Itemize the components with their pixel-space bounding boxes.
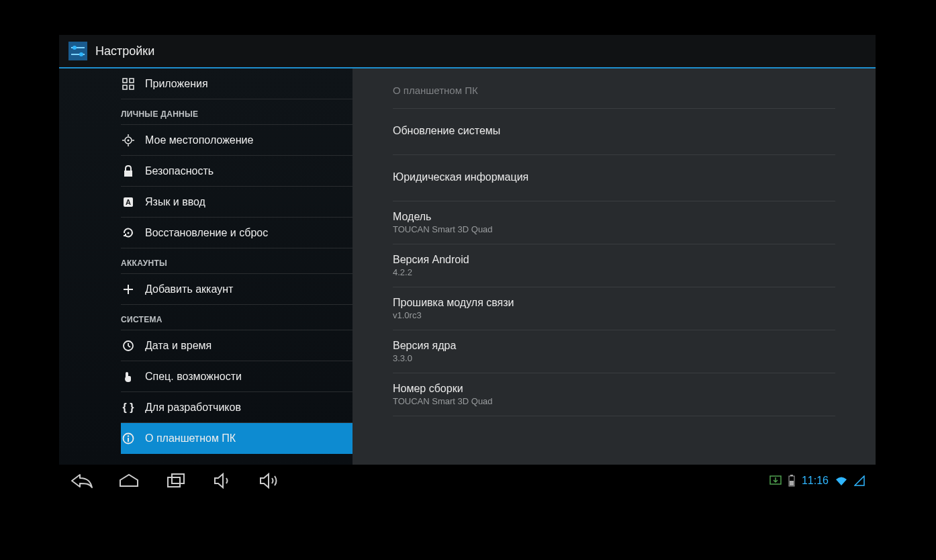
location-icon — [121, 134, 136, 146]
detail-row[interactable]: Версия Android4.2.2 — [393, 244, 835, 287]
volume-up-button[interactable] — [258, 469, 282, 493]
detail-row-subtitle: TOUCAN Smart 3D Quad — [393, 224, 835, 234]
sidebar-section-header: АККАУНТЫ — [121, 248, 353, 274]
detail-title: О планшетном ПК — [393, 68, 835, 109]
header: Настройки — [59, 35, 876, 68]
reset-icon — [121, 227, 136, 239]
detail-row[interactable]: Прошивка модуля связиv1.0rc3 — [393, 287, 835, 330]
detail-row-subtitle: 3.3.0 — [393, 353, 835, 363]
sidebar-item[interactable]: AЯзык и ввод — [121, 187, 353, 218]
sidebar-item[interactable]: Добавить аккаунт — [121, 274, 353, 305]
info-icon — [121, 432, 136, 445]
sidebar-item-label: О планшетном ПК — [145, 432, 236, 445]
battery-icon — [788, 475, 795, 487]
sidebar-item-label: Дата и время — [145, 340, 212, 352]
sidebar-section-header: СИСТЕМА — [121, 305, 353, 330]
detail-row-title: Модель — [393, 211, 835, 223]
svg-rect-8 — [130, 85, 134, 89]
hand-icon — [121, 371, 136, 383]
sidebar-item-label: Восстановление и сброс — [145, 227, 268, 239]
svg-rect-5 — [123, 79, 127, 83]
detail-row-title: Прошивка модуля связи — [393, 297, 835, 309]
svg-rect-32 — [790, 475, 793, 476]
svg-point-4 — [79, 52, 83, 56]
settings-icon — [67, 40, 89, 62]
svg-rect-15 — [124, 171, 132, 177]
svg-rect-6 — [130, 79, 134, 83]
detail-row-subtitle: v1.0rc3 — [393, 310, 835, 320]
nav-left — [70, 469, 282, 493]
download-icon — [769, 475, 782, 486]
svg-rect-28 — [168, 477, 180, 487]
sidebar-item-label: Приложения — [145, 78, 208, 90]
status-area[interactable]: 11:16 — [769, 475, 865, 487]
detail-row-title: Номер сборки — [393, 383, 835, 395]
sidebar-item[interactable]: Восстановление и сброс — [121, 218, 353, 248]
svg-rect-27 — [128, 438, 129, 442]
sidebar-item[interactable]: Спец. возможности — [121, 361, 353, 392]
detail-row-title: Версия ядра — [393, 340, 835, 352]
sidebar-item[interactable]: Дата и время — [121, 330, 353, 361]
signal-icon — [854, 475, 865, 486]
detail-row-title: Юридическая информация — [393, 171, 835, 183]
back-button[interactable] — [70, 469, 94, 493]
detail-panel[interactable]: О планшетном ПК Обновление системыЮридич… — [353, 68, 876, 465]
sidebar[interactable]: ПриложенияЛИЧНЫЕ ДАННЫЕМое местоположени… — [59, 68, 353, 465]
wifi-icon — [835, 475, 847, 486]
recent-apps-button[interactable] — [164, 469, 188, 493]
volume-down-button[interactable] — [211, 469, 235, 493]
svg-point-3 — [73, 46, 77, 50]
svg-line-23 — [128, 346, 130, 347]
detail-row[interactable]: МодельTOUCAN Smart 3D Quad — [393, 201, 835, 244]
apps-icon — [121, 78, 136, 90]
detail-row[interactable]: Версия ядра3.3.0 — [393, 330, 835, 373]
detail-row[interactable]: Номер сборкиTOUCAN Smart 3D Quad — [393, 373, 835, 416]
sidebar-item-label: Безопасность — [145, 165, 214, 177]
svg-rect-0 — [68, 42, 87, 60]
clock-icon — [121, 340, 136, 352]
detail-row-title: Обновление системы — [393, 125, 835, 137]
svg-point-10 — [128, 139, 130, 141]
braces-icon: { } — [121, 402, 136, 414]
svg-rect-33 — [790, 481, 794, 485]
sidebar-section-header: ЛИЧНЫЕ ДАННЫЕ — [121, 99, 353, 125]
sidebar-item[interactable]: Безопасность — [121, 156, 353, 187]
sidebar-item-label: Добавить аккаунт — [145, 283, 233, 295]
sidebar-item[interactable]: О планшетном ПК — [121, 423, 353, 454]
detail-row[interactable]: Юридическая информация — [393, 155, 835, 201]
svg-text:A: A — [126, 198, 131, 206]
home-button[interactable] — [117, 469, 141, 493]
detail-row-subtitle: 4.2.2 — [393, 267, 835, 277]
lock-icon — [121, 165, 136, 177]
svg-rect-29 — [172, 474, 184, 483]
content: ПриложенияЛИЧНЫЕ ДАННЫЕМое местоположени… — [59, 68, 876, 465]
sidebar-item-label: Спец. возможности — [145, 371, 242, 383]
sidebar-item[interactable]: Приложения — [121, 68, 353, 99]
svg-point-18 — [128, 232, 130, 234]
detail-row[interactable]: Обновление системы — [393, 109, 835, 155]
svg-point-26 — [128, 435, 129, 436]
plus-icon — [121, 283, 136, 295]
navigation-bar: 11:16 — [59, 465, 876, 497]
clock-text: 11:16 — [802, 475, 829, 487]
sidebar-item[interactable]: Мое местоположение — [121, 125, 353, 156]
sidebar-item-label: Язык и ввод — [145, 196, 205, 208]
sidebar-item[interactable]: { }Для разработчиков — [121, 392, 353, 423]
svg-rect-7 — [123, 85, 127, 89]
settings-window: Настройки ПриложенияЛИЧНЫЕ ДАННЫЕМое мес… — [59, 35, 876, 465]
sidebar-item-label: Мое местоположение — [145, 134, 253, 146]
detail-row-subtitle: TOUCAN Smart 3D Quad — [393, 396, 835, 406]
sidebar-item-label: Для разработчиков — [145, 402, 241, 414]
svg-text:{ }: { } — [123, 402, 134, 413]
detail-row-title: Версия Android — [393, 254, 835, 266]
header-title: Настройки — [95, 44, 154, 58]
language-icon: A — [121, 196, 136, 208]
